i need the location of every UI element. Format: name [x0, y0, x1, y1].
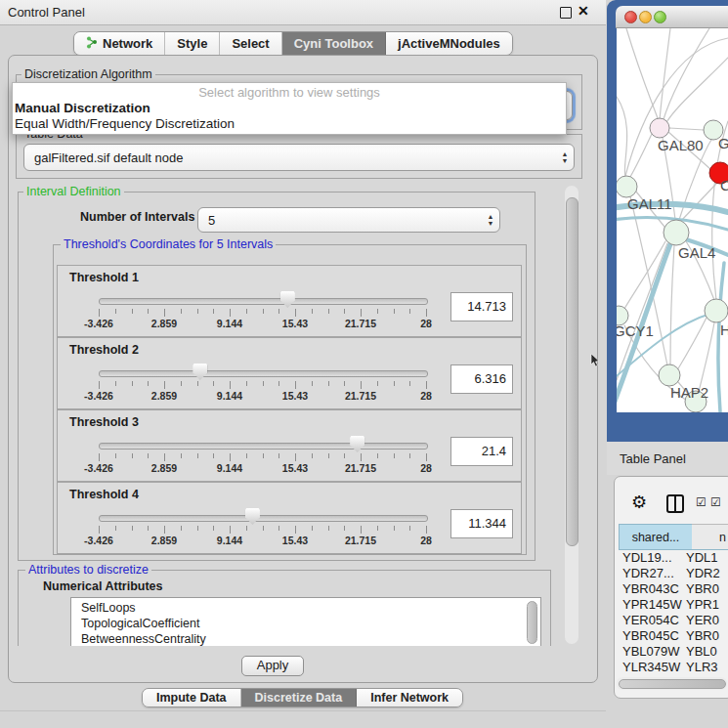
cell-shared-name: YBR043C: [622, 581, 679, 596]
gear-icon[interactable]: ⚙: [631, 492, 647, 513]
tab-select[interactable]: Select: [220, 32, 281, 55]
cell-shared-name: YPR145W: [622, 597, 682, 612]
node-table[interactable]: YDL19...YDL1YDR27...YDR2YBR043CYBR0YPR14…: [619, 550, 728, 678]
column-header-shared-name[interactable]: shared...: [619, 524, 693, 550]
apply-button[interactable]: Apply: [241, 656, 304, 676]
tab-impute-data[interactable]: Impute Data: [143, 689, 241, 707]
slider-tick: [213, 453, 214, 458]
column-header-name[interactable]: n: [692, 524, 728, 550]
zoom-traffic-light[interactable]: [654, 11, 666, 23]
threshold-value-field[interactable]: 6.316: [450, 364, 513, 394]
float-window-icon[interactable]: [560, 7, 572, 19]
slider-tick-label: -3.426: [84, 462, 113, 474]
network-edge[interactable]: [630, 134, 652, 177]
threshold-panel: Threshold 4-3.4262.8599.14415.4321.71528…: [57, 482, 522, 554]
tab-cyni-toolbox[interactable]: Cyni Toolbox: [282, 32, 386, 55]
attribute-list-item[interactable]: TopologicalCoefficient: [81, 617, 199, 632]
threshold-label: Threshold 3: [69, 415, 139, 429]
threshold-value-field[interactable]: 21.4: [450, 437, 513, 466]
slider-tick: [394, 381, 395, 386]
network-node-pink[interactable]: [650, 118, 669, 138]
network-edge[interactable]: [625, 38, 728, 176]
slider-tick: [246, 526, 247, 531]
slider-track[interactable]: [99, 298, 428, 305]
slider-tick: [394, 453, 395, 458]
main-scrollbar-track[interactable]: [565, 186, 578, 644]
table-row[interactable]: YBR043CYBR0: [619, 581, 728, 597]
control-panel: Control Panel ✕ NetworkStyleSelectCyni T…: [0, 0, 606, 728]
slider-tick: [99, 526, 100, 534]
list-scrollbar[interactable]: [527, 601, 537, 644]
attribute-list-item[interactable]: SelfLoops: [81, 601, 136, 617]
table-data-combo[interactable]: galFiltered.sif default node ▲▼: [23, 144, 575, 171]
slider-tick: [409, 526, 410, 531]
tab-network[interactable]: Network: [74, 32, 165, 55]
slider-thumb[interactable]: [245, 508, 260, 525]
network-node-green[interactable]: [617, 176, 637, 197]
dropdown-option[interactable]: Manual Discretization: [13, 101, 566, 116]
network-node-green[interactable]: [664, 220, 689, 245]
slider-tick: [181, 309, 182, 314]
columns-icon[interactable]: [666, 494, 684, 513]
numerical-attributes-list[interactable]: SelfLoopsTopologicalCoefficientBetweenne…: [70, 597, 541, 646]
network-edge[interactable]: [626, 28, 659, 121]
slider-tick: [377, 381, 378, 386]
close-icon[interactable]: ✕: [578, 3, 589, 19]
slider-tick: [246, 453, 247, 458]
slider-tick: [278, 526, 279, 531]
checkbox-icon[interactable]: ☑: [710, 495, 721, 509]
slider-track[interactable]: [99, 515, 428, 522]
slider-tick-label: 15.43: [282, 535, 308, 546]
dropdown-option[interactable]: Equal Width/Frequency Discretization: [13, 116, 566, 132]
threshold-value-field[interactable]: 14.713: [450, 292, 513, 321]
tab-infer-network[interactable]: Infer Network: [357, 689, 462, 707]
slider-thumb[interactable]: [280, 291, 295, 308]
table-row[interactable]: YDL19...YDL1: [619, 550, 728, 566]
slider-tick-label: -3.426: [84, 390, 113, 402]
slider-tick: [328, 309, 329, 314]
network-view-canvas[interactable]: GAL80GCGAL11GAL4GCY1HHAP2: [617, 28, 728, 412]
table-row[interactable]: YLR345WYLR3: [619, 660, 728, 675]
close-traffic-light[interactable]: [624, 11, 637, 23]
table-row[interactable]: YBL079WYBL0: [619, 644, 728, 660]
slider-tick-label: 2.859: [151, 535, 177, 546]
slider-tick-label: 9.144: [217, 318, 242, 329]
tab-style[interactable]: Style: [165, 32, 220, 55]
attribute-list-item[interactable]: BetweennessCentrality: [81, 632, 206, 646]
table-hscrollbar-track[interactable]: [617, 677, 727, 690]
slider-thumb[interactable]: [193, 364, 207, 380]
tab-discretize-data[interactable]: Discretize Data: [241, 689, 358, 707]
slider-tick-label: 21.715: [345, 535, 376, 546]
slider-track[interactable]: [99, 370, 428, 377]
network-edge[interactable]: [670, 245, 674, 364]
network-edge[interactable]: [669, 128, 704, 130]
table-row[interactable]: YPR145WYPR1: [619, 597, 728, 613]
cell-shared-name: YBL079W: [622, 644, 680, 659]
network-node-green[interactable]: [659, 364, 680, 386]
num-intervals-combo[interactable]: 5 ▲▼: [197, 207, 500, 233]
network-node-green[interactable]: [705, 299, 728, 322]
slider-tick: [181, 526, 182, 531]
slider-tick-label: 2.859: [151, 390, 177, 402]
table-row[interactable]: YBR045CYBR0: [619, 628, 728, 644]
table-row[interactable]: YER054CYER0: [619, 613, 728, 628]
slider-track[interactable]: [99, 443, 428, 450]
slider-tick: [278, 309, 279, 314]
threshold-value-field[interactable]: 11.344: [450, 509, 513, 538]
network-edge[interactable]: [617, 97, 627, 177]
table-row[interactable]: YDR27...YDR2: [619, 566, 728, 581]
network-edge[interactable]: [699, 322, 714, 392]
checkbox-icon[interactable]: ☑: [696, 495, 707, 509]
tab-jactivemnodules[interactable]: jActiveMNodules: [386, 32, 512, 55]
table-hscrollbar-thumb[interactable]: [619, 679, 726, 689]
cell-name: YDR2: [686, 566, 720, 580]
minimize-traffic-light[interactable]: [639, 11, 652, 23]
slider-thumb[interactable]: [350, 436, 364, 452]
cell-shared-name: YLR345W: [622, 660, 680, 674]
slider-tick: [148, 453, 149, 458]
slider-tick-label: 21.715: [345, 318, 376, 329]
network-edge[interactable]: [663, 28, 709, 122]
num-intervals-value: 5: [198, 213, 482, 228]
slider-tick: [263, 309, 264, 314]
main-scrollbar-thumb[interactable]: [566, 197, 578, 546]
